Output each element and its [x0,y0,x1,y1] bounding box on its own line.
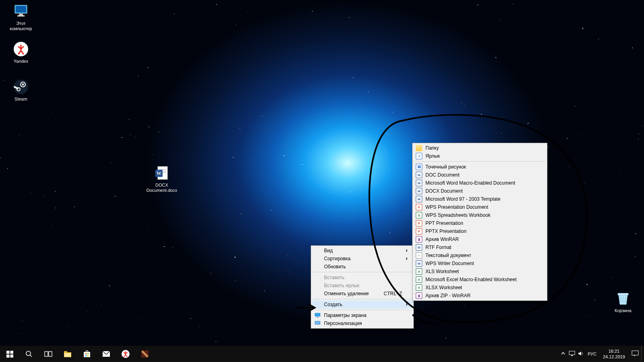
menu-label: Текстовый документ [425,253,471,258]
svg-rect-40 [632,351,638,355]
submenu-item[interactable]: WDOCX Document [413,187,546,195]
svg-text:W: W [157,171,161,176]
submenu-item[interactable]: PWPS Presentation Document [413,203,546,211]
menu-item-view[interactable]: Вид [312,247,413,255]
menu-label: Параметры экрана [324,313,366,318]
menu-label: Точечный рисунок [425,164,466,170]
wss-icon: S [416,212,422,218]
recycle-bin-icon [614,290,632,307]
desktop-icon-yandex[interactable]: Yandex [5,40,37,64]
wpp-icon: P [416,204,422,210]
xls-icon: X [416,268,422,275]
tray-language[interactable]: РУС [585,352,599,356]
menu-label: Ярлык [425,153,440,159]
submenu-item[interactable]: Папку [413,144,546,152]
submenu-item[interactable]: XXLSX Worksheet [413,284,546,292]
menu-label: WPS Presentation Document [425,204,488,210]
language-label: РУС [588,352,597,356]
svg-rect-31 [85,353,87,354]
submenu-item[interactable]: 🖼Точечный рисунок [413,163,546,171]
tray-clock[interactable]: 16:21 24.12.2019 [599,348,629,360]
show-desktop-button[interactable] [641,346,644,362]
desktop-context-menu: Вид Сортировка Обновить Вставить Вставит… [311,245,414,329]
submenu-item[interactable]: WMicrosoft Word Macro-Enabled Document [413,179,546,187]
create-submenu: Папку↗Ярлык🖼Точечный рисунокWDOC Documen… [412,143,547,301]
svg-rect-20 [10,351,13,354]
svg-rect-30 [84,352,90,357]
doc-icon: W [416,172,422,178]
submenu-item[interactable]: WWPS Writer Document [413,259,546,267]
taskbar-app-dota[interactable] [135,346,155,362]
menu-item-paste-shortcut: Вставить ярлык [312,282,413,290]
menu-item-display-settings[interactable]: Параметры экрана [312,311,413,319]
menu-item-undo-delete[interactable]: Отменить удалениеCTRL+Z [312,290,413,298]
svg-rect-21 [6,354,10,358]
submenu-item[interactable]: WMicrosoft Word 97 - 2003 Template [413,195,546,203]
ppt-icon: P [416,220,422,226]
svg-point-7 [22,84,24,86]
menu-separator [312,272,412,272]
folder-icon [416,145,422,151]
desktop-icon-docx-file[interactable]: W DOCX Document.docx [146,164,178,193]
menu-label: Отменить удаление [324,291,369,296]
menu-label: PPTX Presentation [425,228,466,234]
tray-action-center-icon[interactable] [629,350,641,358]
menu-label: Microsoft Word 97 - 2003 Template [425,196,500,202]
desktop-icon-label: Steam [5,97,37,102]
tray-display-icon[interactable] [568,351,576,357]
tray-overflow-icon[interactable] [559,352,568,356]
submenu-item[interactable]: ▮Архив ZIP - WinRAR [413,292,546,300]
svg-rect-22 [10,354,13,358]
wpw-icon: W [416,260,422,267]
svg-rect-19 [6,351,10,354]
svg-rect-16 [315,313,320,317]
pptx-icon: P [416,228,422,234]
menu-label: PPT Presentation [425,220,463,226]
search-button[interactable] [19,346,39,362]
taskbar-app-explorer[interactable] [58,346,77,362]
menu-label: WPS Spreadsheets Workbook [425,212,491,218]
submenu-item[interactable]: PPPT Presentation [413,219,546,227]
steam-icon [12,78,30,96]
desktop-icon-recycle-bin[interactable]: Корзина [607,290,639,313]
menu-label: Обновить [324,264,346,269]
submenu-item[interactable]: XMicrosoft Excel Macro-Enabled Worksheet [413,276,546,284]
personalize-icon [314,320,321,327]
menu-item-refresh[interactable]: Обновить [312,263,413,271]
menu-item-personalize[interactable]: Персонализация [312,319,413,327]
svg-rect-28 [64,351,67,353]
svg-rect-32 [87,353,89,354]
submenu-item[interactable]: WRTF Format [413,243,546,251]
taskbar-app-store[interactable] [77,346,97,362]
desktop-icon-steam[interactable]: Steam [5,78,37,102]
start-button[interactable] [0,346,19,362]
menu-separator [312,299,412,299]
submenu-item[interactable]: ↗Ярлык [413,152,546,160]
submenu-item[interactable]: PPPTX Presentation [413,227,546,235]
taskbar-app-mail[interactable] [97,346,116,362]
menu-item-create[interactable]: Создать [312,300,413,309]
menu-label: Вид [324,248,333,253]
submenu-item[interactable]: WDOC Document [413,171,546,179]
clock-date: 24.12.2019 [603,354,625,360]
docm-icon: W [416,180,422,186]
menu-label: Вставить ярлык [324,283,359,288]
taskbar-app-yandex[interactable] [116,346,135,362]
menu-label: Папку [425,145,439,151]
monitor-icon [12,2,30,20]
desktop-icon-label: Корзина [607,308,639,313]
menu-label: Microsoft Excel Macro-Enabled Worksheet [425,277,517,282]
submenu-item[interactable]: ▮Архив WinRAR [413,235,546,243]
task-view-button[interactable] [39,346,58,362]
desktop-icon-this-pc[interactable]: Этот компьютер [5,2,37,31]
submenu-item[interactable]: SWPS Spreadsheets Workbook [413,211,546,219]
menu-item-sort[interactable]: Сортировка [312,255,413,263]
submenu-item[interactable]: XXLS Worksheet [413,267,546,276]
menu-separator [312,310,412,310]
dot-icon: W [416,196,422,202]
menu-label: Создать [324,302,343,307]
menu-separator [414,161,546,162]
submenu-item[interactable]: ≡Текстовый документ [413,251,546,259]
tray-volume-icon[interactable] [576,351,585,357]
svg-rect-17 [317,317,318,318]
